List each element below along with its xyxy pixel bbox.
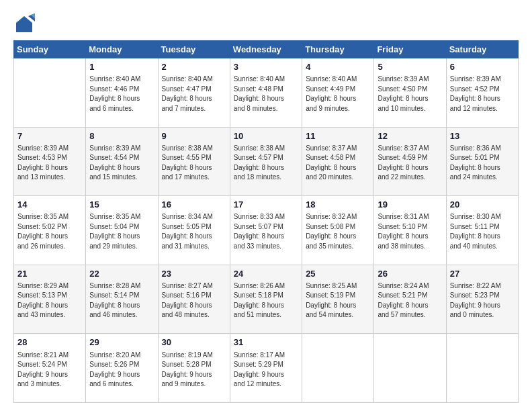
weekday-header-saturday: Saturday — [446, 41, 518, 58]
calendar-cell: 4Sunrise: 8:40 AM Sunset: 4:49 PM Daylig… — [302, 58, 374, 128]
day-number: 19 — [378, 199, 442, 211]
day-number: 23 — [162, 268, 226, 280]
calendar-cell: 27Sunrise: 8:22 AM Sunset: 5:23 PM Dayli… — [446, 265, 518, 334]
day-info: Sunrise: 8:24 AM Sunset: 5:21 PM Dayligh… — [378, 281, 442, 320]
weekday-header-tuesday: Tuesday — [158, 41, 230, 58]
day-number: 24 — [234, 268, 298, 280]
day-info: Sunrise: 8:35 AM Sunset: 5:04 PM Dayligh… — [89, 212, 154, 251]
day-info: Sunrise: 8:25 AM Sunset: 5:19 PM Dayligh… — [306, 281, 370, 320]
calendar-cell — [446, 334, 518, 403]
calendar-row: 1Sunrise: 8:40 AM Sunset: 4:46 PM Daylig… — [14, 58, 519, 128]
calendar-cell: 29Sunrise: 8:20 AM Sunset: 5:26 PM Dayli… — [86, 334, 158, 403]
day-number: 2 — [162, 61, 226, 73]
weekday-header-sunday: Sunday — [14, 41, 86, 58]
weekday-header-monday: Monday — [86, 41, 158, 58]
day-info: Sunrise: 8:36 AM Sunset: 5:01 PM Dayligh… — [450, 144, 515, 183]
day-info: Sunrise: 8:19 AM Sunset: 5:28 PM Dayligh… — [162, 351, 226, 390]
day-number: 11 — [306, 130, 370, 142]
day-number: 3 — [234, 61, 298, 73]
calendar-cell — [302, 334, 374, 403]
day-info: Sunrise: 8:32 AM Sunset: 5:08 PM Dayligh… — [306, 212, 370, 251]
calendar-cell: 6Sunrise: 8:39 AM Sunset: 4:52 PM Daylig… — [446, 58, 518, 128]
calendar-cell: 13Sunrise: 8:36 AM Sunset: 5:01 PM Dayli… — [446, 127, 518, 196]
day-number: 15 — [89, 199, 154, 211]
calendar-cell: 25Sunrise: 8:25 AM Sunset: 5:19 PM Dayli… — [302, 265, 374, 334]
calendar-cell: 21Sunrise: 8:29 AM Sunset: 5:13 PM Dayli… — [14, 265, 86, 334]
day-number: 5 — [378, 61, 442, 73]
calendar-cell: 2Sunrise: 8:40 AM Sunset: 4:47 PM Daylig… — [158, 58, 230, 128]
day-number: 26 — [378, 268, 442, 280]
day-number: 10 — [234, 130, 298, 142]
calendar-row: 21Sunrise: 8:29 AM Sunset: 5:13 PM Dayli… — [14, 265, 519, 334]
day-info: Sunrise: 8:40 AM Sunset: 4:47 PM Dayligh… — [162, 75, 226, 113]
calendar-cell: 10Sunrise: 8:38 AM Sunset: 4:57 PM Dayli… — [230, 127, 302, 196]
calendar-cell: 20Sunrise: 8:30 AM Sunset: 5:11 PM Dayli… — [446, 196, 518, 265]
weekday-header-thursday: Thursday — [302, 41, 374, 58]
calendar-row: 14Sunrise: 8:35 AM Sunset: 5:02 PM Dayli… — [14, 196, 519, 265]
day-number: 13 — [450, 130, 515, 142]
calendar-cell: 8Sunrise: 8:39 AM Sunset: 4:54 PM Daylig… — [86, 127, 158, 196]
day-info: Sunrise: 8:17 AM Sunset: 5:29 PM Dayligh… — [234, 351, 298, 390]
calendar-row: 28Sunrise: 8:21 AM Sunset: 5:24 PM Dayli… — [14, 334, 519, 403]
logo-icon — [13, 13, 35, 35]
day-number: 20 — [450, 199, 515, 211]
day-info: Sunrise: 8:28 AM Sunset: 5:14 PM Dayligh… — [89, 281, 154, 320]
calendar-cell: 19Sunrise: 8:31 AM Sunset: 5:10 PM Dayli… — [374, 196, 446, 265]
calendar-cell: 31Sunrise: 8:17 AM Sunset: 5:29 PM Dayli… — [230, 334, 302, 403]
day-info: Sunrise: 8:39 AM Sunset: 4:53 PM Dayligh… — [17, 144, 82, 183]
day-number: 31 — [234, 336, 298, 349]
calendar-cell: 17Sunrise: 8:33 AM Sunset: 5:07 PM Dayli… — [230, 196, 302, 265]
calendar-cell: 11Sunrise: 8:37 AM Sunset: 4:58 PM Dayli… — [302, 127, 374, 196]
calendar-cell: 24Sunrise: 8:26 AM Sunset: 5:18 PM Dayli… — [230, 265, 302, 334]
calendar-cell: 23Sunrise: 8:27 AM Sunset: 5:16 PM Dayli… — [158, 265, 230, 334]
day-info: Sunrise: 8:30 AM Sunset: 5:11 PM Dayligh… — [450, 212, 515, 251]
calendar-cell: 26Sunrise: 8:24 AM Sunset: 5:21 PM Dayli… — [374, 265, 446, 334]
day-number: 18 — [306, 199, 370, 211]
day-number: 16 — [162, 199, 226, 211]
day-number: 9 — [162, 130, 226, 142]
day-info: Sunrise: 8:38 AM Sunset: 4:57 PM Dayligh… — [234, 144, 298, 183]
calendar-row: 7Sunrise: 8:39 AM Sunset: 4:53 PM Daylig… — [14, 127, 519, 196]
calendar-cell: 12Sunrise: 8:37 AM Sunset: 4:59 PM Dayli… — [374, 127, 446, 196]
day-number: 14 — [17, 199, 82, 211]
day-number: 21 — [17, 268, 82, 280]
day-number: 12 — [378, 130, 442, 142]
day-info: Sunrise: 8:21 AM Sunset: 5:24 PM Dayligh… — [17, 351, 82, 390]
day-info: Sunrise: 8:37 AM Sunset: 4:58 PM Dayligh… — [306, 144, 370, 183]
day-number: 1 — [89, 61, 154, 73]
day-number: 27 — [450, 268, 515, 280]
calendar-cell: 14Sunrise: 8:35 AM Sunset: 5:02 PM Dayli… — [14, 196, 86, 265]
day-info: Sunrise: 8:20 AM Sunset: 5:26 PM Dayligh… — [89, 351, 154, 390]
day-number: 8 — [89, 130, 154, 142]
day-info: Sunrise: 8:40 AM Sunset: 4:46 PM Dayligh… — [89, 75, 154, 113]
day-info: Sunrise: 8:40 AM Sunset: 4:48 PM Dayligh… — [234, 75, 298, 113]
calendar-cell: 3Sunrise: 8:40 AM Sunset: 4:48 PM Daylig… — [230, 58, 302, 128]
header — [13, 11, 519, 35]
day-info: Sunrise: 8:31 AM Sunset: 5:10 PM Dayligh… — [378, 212, 442, 251]
calendar-cell: 7Sunrise: 8:39 AM Sunset: 4:53 PM Daylig… — [14, 127, 86, 196]
day-number: 6 — [450, 61, 515, 73]
calendar-cell — [14, 58, 86, 128]
day-info: Sunrise: 8:38 AM Sunset: 4:55 PM Dayligh… — [162, 144, 226, 183]
day-info: Sunrise: 8:33 AM Sunset: 5:07 PM Dayligh… — [234, 212, 298, 251]
day-number: 29 — [89, 336, 154, 349]
day-info: Sunrise: 8:34 AM Sunset: 5:05 PM Dayligh… — [162, 212, 226, 251]
calendar-cell — [374, 334, 446, 403]
calendar-cell: 22Sunrise: 8:28 AM Sunset: 5:14 PM Dayli… — [86, 265, 158, 334]
calendar-cell: 16Sunrise: 8:34 AM Sunset: 5:05 PM Dayli… — [158, 196, 230, 265]
day-info: Sunrise: 8:26 AM Sunset: 5:18 PM Dayligh… — [234, 281, 298, 320]
day-info: Sunrise: 8:39 AM Sunset: 4:54 PM Dayligh… — [89, 144, 154, 183]
page: SundayMondayTuesdayWednesdayThursdayFrid… — [0, 0, 532, 411]
day-info: Sunrise: 8:22 AM Sunset: 5:23 PM Dayligh… — [450, 281, 515, 320]
svg-marker-0 — [16, 16, 32, 32]
weekday-header-friday: Friday — [374, 41, 446, 58]
day-number: 25 — [306, 268, 370, 280]
day-info: Sunrise: 8:39 AM Sunset: 4:52 PM Dayligh… — [450, 75, 515, 113]
day-number: 4 — [306, 61, 370, 73]
day-info: Sunrise: 8:35 AM Sunset: 5:02 PM Dayligh… — [17, 212, 82, 251]
day-number: 17 — [234, 199, 298, 211]
calendar-cell: 30Sunrise: 8:19 AM Sunset: 5:28 PM Dayli… — [158, 334, 230, 403]
calendar-cell: 28Sunrise: 8:21 AM Sunset: 5:24 PM Dayli… — [14, 334, 86, 403]
day-number: 22 — [89, 268, 154, 280]
calendar-cell: 5Sunrise: 8:39 AM Sunset: 4:50 PM Daylig… — [374, 58, 446, 128]
